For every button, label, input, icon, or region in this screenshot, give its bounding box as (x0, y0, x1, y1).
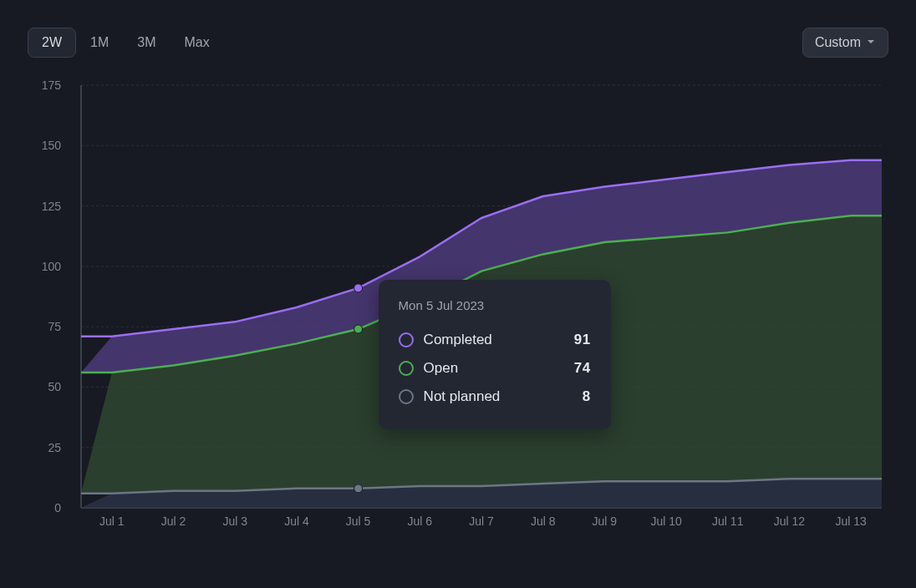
x-axis: Jul 1Jul 2Jul 3Jul 4Jul 5Jul 6Jul 7Jul 8… (74, 508, 888, 541)
tooltip-series-value: 8 (583, 388, 591, 405)
tooltip-series-label: Open (424, 360, 564, 377)
y-tick: 75 (48, 320, 61, 333)
x-tick: Jul 12 (774, 514, 805, 528)
tooltip-series-value: 91 (574, 332, 591, 348)
toolbar: 2W1M3MMax Custom (28, 25, 888, 60)
x-tick: Jul 9 (593, 514, 618, 528)
tooltip-row: Not planned8 (399, 383, 591, 411)
y-tick: 0 (54, 501, 61, 514)
hover-tooltip: Mon 5 Jul 2023 Completed91Open74Not plan… (379, 280, 611, 429)
svg-point-11 (354, 484, 363, 493)
chevron-down-icon (866, 35, 876, 50)
y-tick: 125 (42, 200, 61, 213)
y-tick: 175 (42, 79, 61, 92)
range-tab-max[interactable]: Max (170, 28, 223, 58)
x-tick: Jul 1 (99, 514, 125, 528)
range-tab-3m[interactable]: 3M (123, 28, 170, 58)
x-tick: Jul 2 (161, 514, 186, 528)
stacked-area-chart[interactable]: 0255075100125150175 Jul 1Jul 2Jul 3Jul 4… (28, 80, 888, 541)
time-range-tabs: 2W1M3MMax (28, 28, 224, 58)
custom-range-label: Custom (815, 35, 861, 50)
x-tick: Jul 6 (408, 514, 433, 528)
tooltip-series-label: Completed (424, 332, 564, 348)
custom-range-button[interactable]: Custom (802, 28, 888, 58)
x-tick: Jul 10 (650, 514, 681, 528)
y-axis: 0255075100125150175 (28, 80, 74, 541)
y-tick: 50 (48, 380, 61, 393)
x-tick: Jul 4 (284, 514, 309, 528)
y-tick: 100 (42, 260, 61, 273)
svg-point-10 (354, 325, 363, 333)
x-tick: Jul 8 (531, 514, 556, 528)
range-tab-2w[interactable]: 2W (28, 28, 76, 58)
tooltip-row: Completed91 (399, 326, 591, 354)
x-tick: Jul 7 (469, 514, 494, 528)
legend-dot (399, 332, 414, 347)
x-tick: Jul 11 (712, 514, 743, 528)
x-tick: Jul 5 (346, 514, 371, 528)
range-tab-1m[interactable]: 1M (76, 28, 123, 58)
y-tick: 150 (42, 139, 61, 152)
x-tick: Jul 3 (222, 514, 247, 528)
y-tick: 25 (48, 441, 61, 454)
plot-area[interactable]: Jul 1Jul 2Jul 3Jul 4Jul 5Jul 6Jul 7Jul 8… (74, 80, 888, 541)
tooltip-row: Open74 (399, 354, 591, 383)
tooltip-date: Mon 5 Jul 2023 (399, 298, 591, 312)
tooltip-series-label: Not planned (424, 388, 572, 405)
svg-point-9 (354, 284, 363, 292)
legend-dot (399, 389, 414, 404)
tooltip-series-value: 74 (574, 360, 591, 377)
legend-dot (399, 361, 414, 376)
x-tick: Jul 13 (835, 514, 866, 528)
